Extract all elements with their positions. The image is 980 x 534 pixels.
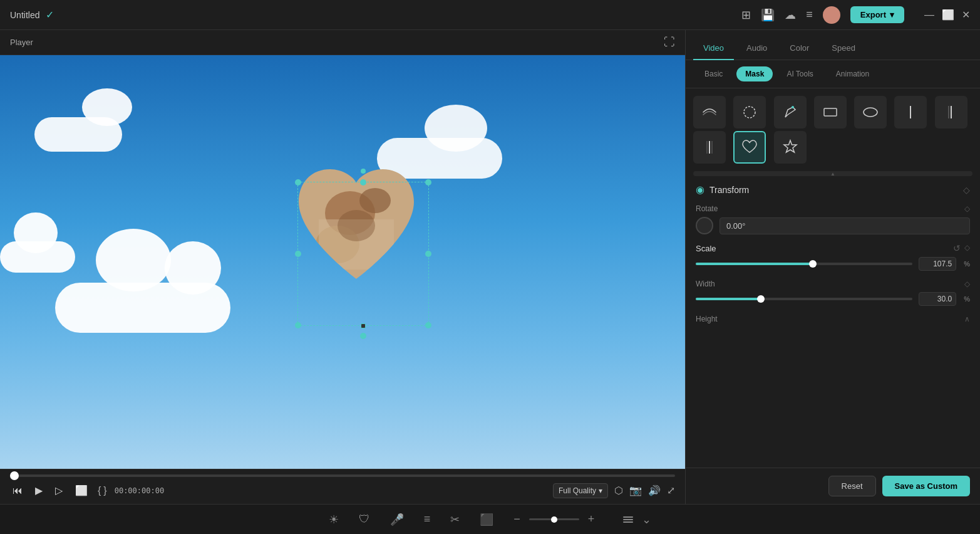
cloud-icon[interactable]: ☁ [785,8,796,22]
width-value-input[interactable] [919,292,956,306]
height-label-row: Height ∧ [696,315,970,323]
stop-button[interactable]: ⬜ [73,482,90,499]
transform-keyframe-icon[interactable]: ◇ [963,185,970,195]
handle-bl[interactable] [295,322,301,328]
avatar[interactable] [823,6,840,24]
mask-item-oval[interactable] [854,96,887,128]
mask-item-line1[interactable] [894,96,927,128]
scissors-tool-button[interactable]: ✂ [446,509,463,530]
scroll-indicator: ▲ [693,171,972,176]
sub-tab-basic[interactable]: Basic [696,66,731,81]
expand-icon[interactable]: ⤢ [667,484,675,496]
handle-ml[interactable] [295,251,301,257]
scale-reset-icon[interactable]: ↺ [953,243,961,253]
zoom-in-button[interactable]: + [584,509,599,530]
layout-icon[interactable]: ⊞ [741,8,751,22]
height-prop: Height ∧ [696,315,970,323]
scale-unit: % [964,260,970,268]
shield-tool-button[interactable]: 🛡 [355,509,374,530]
sub-tab-animation[interactable]: Animation [827,66,878,81]
mask-item-line3[interactable] [693,131,726,164]
save-custom-button[interactable]: Save as Custom [882,476,970,496]
tab-video[interactable]: Video [693,37,734,60]
selection-box[interactable] [297,182,429,326]
tab-color[interactable]: Color [780,37,819,60]
scale-value-input[interactable] [919,257,956,271]
volume-icon[interactable]: 🔊 [648,484,661,496]
zoom-bar[interactable] [529,518,579,520]
handle-bottom[interactable] [360,333,366,339]
handle-mr[interactable] [425,251,431,257]
list-tool-button[interactable]: ≡ [420,509,435,530]
mask-item-linear[interactable] [693,96,726,128]
tracks-button[interactable] [623,516,633,523]
in-point-button[interactable]: { [98,485,101,496]
play-button[interactable]: ▶ [33,482,45,499]
width-slider[interactable] [696,298,912,300]
mask-item-line2[interactable] [935,96,967,128]
rotate-handle[interactable] [361,169,366,174]
reset-button[interactable]: Reset [828,476,876,496]
mask-grid [686,88,980,171]
menu-icon[interactable]: ≡ [806,8,813,21]
progress-thumb[interactable] [10,471,19,480]
mask-item-pen[interactable] [774,96,807,128]
tab-audio[interactable]: Audio [736,37,777,60]
scale-slider-fill [696,263,813,265]
mask-item-star[interactable] [774,131,807,164]
maximize-button[interactable]: ⬜ [942,9,954,21]
sub-tabs: Basic Mask AI Tools Animation [686,60,980,88]
sun-tool-button[interactable]: ☀ [325,509,343,530]
controls-row: ⏮ ▶ ▷ ⬜ { } 00:00:00:00 Full Quality ▾ ⬡ [10,482,675,499]
step-back-button[interactable]: ⏮ [10,483,25,499]
zoom-out-button[interactable]: − [510,509,524,530]
out-point-button[interactable]: } [103,485,106,496]
sub-tab-ai-tools[interactable]: AI Tools [778,66,822,81]
fullscreen-icon[interactable]: ⛶ [664,36,675,49]
frame-tool-button[interactable]: ⬛ [476,509,497,530]
sub-tab-mask[interactable]: Mask [736,66,773,81]
rotate-input[interactable] [720,217,970,234]
height-expand-icon[interactable]: ∧ [964,315,970,323]
width-slider-fill [696,298,761,300]
scale-slider-thumb[interactable] [809,260,817,268]
handle-tc[interactable] [360,179,366,186]
mask-item-heart[interactable] [733,131,766,164]
zoom-thumb[interactable] [551,516,557,523]
stacked-line-1 [623,516,633,518]
export-button[interactable]: Export ▾ [850,6,904,23]
transform-section: ◉ Transform ◇ Rotate ◇ Scale [686,176,980,468]
handle-br[interactable] [425,322,431,328]
mic-tool-button[interactable]: 🎤 [386,509,408,530]
expand-bottom-button[interactable]: ⌄ [638,509,655,530]
play-alt-button[interactable]: ▷ [53,482,65,499]
cloud-2b [425,105,487,152]
save-status-icon: ✓ [46,9,54,21]
quality-button[interactable]: Full Quality ▾ [553,483,608,498]
rotate-keyframe-icon[interactable]: ◇ [964,204,970,213]
handle-bc[interactable] [361,323,366,328]
close-button[interactable]: ✕ [962,9,970,21]
rotate-dial[interactable] [696,217,713,234]
mask-item-circle[interactable] [733,96,766,128]
width-slider-thumb[interactable] [757,295,765,303]
screenshot-icon[interactable]: 📷 [629,484,642,496]
rotate-label: Rotate [696,204,718,213]
player-header: Player ⛶ [0,30,685,55]
progress-bar[interactable] [10,474,675,477]
export-label: Export [860,10,886,19]
section-toggle-icon[interactable]: ◉ [696,184,704,196]
mask-item-rect[interactable] [814,96,847,128]
width-prop: Width ◇ % [696,280,970,306]
action-bar: Reset Save as Custom [686,468,980,504]
bottom-toolbar: ☀ 🛡 🎤 ≡ ✂ ⬛ − + ⌄ [0,504,980,534]
save-icon[interactable]: 💾 [761,8,775,22]
handle-tr[interactable] [425,179,431,186]
scale-keyframe-icon[interactable]: ◇ [964,243,970,253]
tab-speed[interactable]: Speed [822,37,865,60]
handle-tl[interactable] [295,179,301,186]
screen-icon[interactable]: ⬡ [614,484,623,496]
width-keyframe-icon[interactable]: ◇ [964,280,970,288]
minimize-button[interactable]: — [924,9,934,21]
scale-slider[interactable] [696,263,912,265]
